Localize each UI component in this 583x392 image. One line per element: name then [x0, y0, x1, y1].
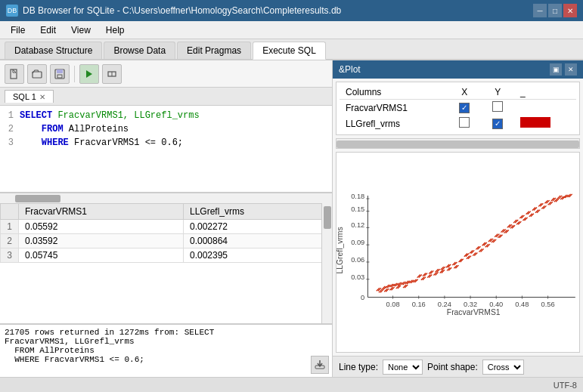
point-shape-label: Point shape:	[427, 362, 478, 372]
stop-button[interactable]	[102, 64, 122, 84]
hscroll-thumb	[15, 195, 60, 202]
tab-database-structure[interactable]: Database Structure	[5, 42, 102, 59]
close-button[interactable]: ✕	[563, 4, 577, 17]
plot-col-row-1: FracvarVRMS1 ✓	[340, 100, 576, 116]
col-th-dash: _	[514, 85, 576, 100]
col-header-1[interactable]: FracvarVRMS1	[19, 204, 184, 220]
svg-text:0.40: 0.40	[489, 301, 503, 308]
plot-close-button[interactable]: ✕	[565, 63, 577, 76]
svg-marker-8	[86, 70, 92, 78]
plot-panel: &Plot ▣ ✕ Columns X Y _ Fra	[333, 60, 583, 377]
plot-col1-x-checkbox[interactable]: ✓	[459, 103, 470, 113]
plot-columns-table: Columns X Y _ FracvarVRMS1 ✓	[340, 85, 576, 131]
svg-text:LLGrefl_vrms: LLGrefl_vrms	[336, 227, 344, 273]
status-message: 21705 rows returned in 1272ms from: SELE…	[5, 328, 327, 364]
results-table: FracvarVRMS1 LLGrefl_vrms 1 0.05592 0.00…	[0, 203, 332, 263]
svg-text:0.16: 0.16	[412, 301, 426, 308]
col-th-y: Y	[481, 85, 514, 100]
svg-rect-6	[57, 69, 63, 73]
sql-toolbar	[0, 60, 332, 88]
menu-file[interactable]: File	[3, 23, 33, 37]
cell-3-2[interactable]: 0.002395	[183, 248, 331, 263]
cell-3-1[interactable]: 0.05745	[19, 248, 184, 263]
menu-bar: File Edit View Help	[0, 21, 583, 39]
svg-text:0.56: 0.56	[541, 301, 555, 308]
sql-tab-bar: SQL 1 ✕	[0, 88, 332, 106]
row-num-2: 2	[1, 234, 19, 248]
plot-bottom-bar: Line type: None Point shape: Cross	[333, 356, 583, 377]
svg-rect-7	[57, 75, 62, 78]
window-title: DB Browser for SQLite - C:\Users\oeffner…	[23, 5, 341, 16]
tabs-bar: Database Structure Browse Data Edit Prag…	[0, 39, 583, 60]
sql-line-1: 1 SELECT FracvarVRMS1, LLGrefl_vrms	[5, 109, 327, 122]
plot-title: &Plot	[339, 64, 361, 75]
plot-col1-y-checkbox[interactable]	[492, 101, 503, 112]
plot-columns-area: Columns X Y _ FracvarVRMS1 ✓	[336, 82, 580, 135]
sql-status-bar: 21705 rows returned in 1272ms from: SELE…	[0, 324, 332, 377]
results-vscroll[interactable]	[321, 203, 332, 323]
tab-execute-sql[interactable]: Execute SQL	[253, 42, 326, 60]
plot-h-scroll[interactable]	[336, 138, 580, 149]
cell-2-2[interactable]: 0.000864	[183, 234, 331, 248]
sql-line-3: 3 WHERE FracvarVRMS1 <= 0.6;	[5, 136, 327, 150]
cell-2-1[interactable]: 0.03592	[19, 234, 184, 248]
point-shape-select[interactable]: Cross	[482, 360, 524, 375]
plot-restore-button[interactable]: ▣	[550, 63, 562, 76]
title-bar: DB DB Browser for SQLite - C:\Users\oeff…	[0, 0, 583, 21]
plot-col2-x-checkbox[interactable]	[459, 117, 470, 128]
menu-help[interactable]: Help	[98, 23, 132, 37]
sql-editor[interactable]: 1 SELECT FracvarVRMS1, LLGrefl_vrms 2 FR…	[0, 106, 332, 193]
svg-text:0.03: 0.03	[351, 273, 364, 281]
plot-title-bar: &Plot ▣ ✕	[333, 60, 583, 79]
col-header-2[interactable]: LLGrefl_vrms	[183, 204, 331, 220]
sql-tab-1[interactable]: SQL 1 ✕	[5, 90, 54, 103]
table-row: 2 0.03592 0.000864	[1, 234, 332, 248]
plot-hscroll-thumb	[336, 140, 579, 148]
menu-edit[interactable]: Edit	[33, 23, 64, 37]
svg-text:0.18: 0.18	[351, 193, 364, 200]
plot-col2-color-box[interactable]	[520, 117, 550, 128]
tab-browse-data[interactable]: Browse Data	[104, 42, 175, 59]
chart-svg: 0 0.03 0.06 0.09 0.12 0.15 0.18 0.08 0.1…	[336, 153, 579, 352]
new-file-button[interactable]	[5, 64, 24, 84]
svg-text:0.15: 0.15	[351, 205, 364, 213]
svg-text:0.12: 0.12	[351, 221, 364, 229]
run-button[interactable]	[79, 64, 99, 84]
svg-text:FracvarVRMS1: FracvarVRMS1	[447, 308, 501, 316]
open-file-button[interactable]	[27, 64, 47, 84]
line-type-label: Line type:	[339, 362, 378, 372]
svg-text:0.08: 0.08	[386, 301, 400, 308]
table-row: 3 0.05745 0.002395	[1, 248, 332, 263]
maximize-button[interactable]: □	[548, 4, 562, 17]
col-header-num	[1, 204, 19, 220]
scatter-plot	[377, 194, 572, 292]
sql-editor-hscroll[interactable]	[0, 193, 332, 203]
line-type-select[interactable]: None	[383, 360, 423, 375]
menu-view[interactable]: View	[64, 23, 98, 37]
row-num-1: 1	[1, 220, 19, 234]
save-file-button[interactable]	[50, 64, 70, 84]
plot-col-name-2: LLGrefl_vrms	[340, 116, 448, 131]
table-row: 1 0.05592 0.002272	[1, 220, 332, 234]
plot-col2-y-checkbox[interactable]: ✓	[492, 119, 503, 129]
plot-col-row-2: LLGrefl_vrms ✓	[340, 116, 576, 131]
app-icon: DB	[6, 5, 18, 17]
cell-1-1[interactable]: 0.05592	[19, 220, 184, 234]
svg-rect-0	[11, 69, 17, 79]
svg-text:0.06: 0.06	[351, 256, 364, 264]
toolbar-sep-1	[74, 66, 75, 82]
export-button[interactable]	[311, 356, 329, 374]
tab-edit-pragmas[interactable]: Edit Pragmas	[177, 42, 251, 59]
plot-chart-area: 0 0.03 0.06 0.09 0.12 0.15 0.18 0.08 0.1…	[336, 152, 580, 353]
svg-text:0: 0	[361, 294, 364, 301]
vscroll-thumb	[324, 206, 331, 229]
results-table-wrapper[interactable]: FracvarVRMS1 LLGrefl_vrms 1 0.05592 0.00…	[0, 203, 332, 324]
plot-col-name-1: FracvarVRMS1	[340, 100, 448, 116]
minimize-button[interactable]: ─	[533, 4, 547, 17]
col-th-x: X	[448, 85, 481, 100]
encoding-label: UTF-8	[554, 381, 577, 390]
svg-rect-4	[33, 72, 42, 78]
left-panel: SQL 1 ✕ 1 SELECT FracvarVRMS1, LLGrefl_v…	[0, 60, 333, 377]
sql-tab-close-icon[interactable]: ✕	[39, 93, 45, 101]
cell-1-2[interactable]: 0.002272	[183, 220, 331, 234]
